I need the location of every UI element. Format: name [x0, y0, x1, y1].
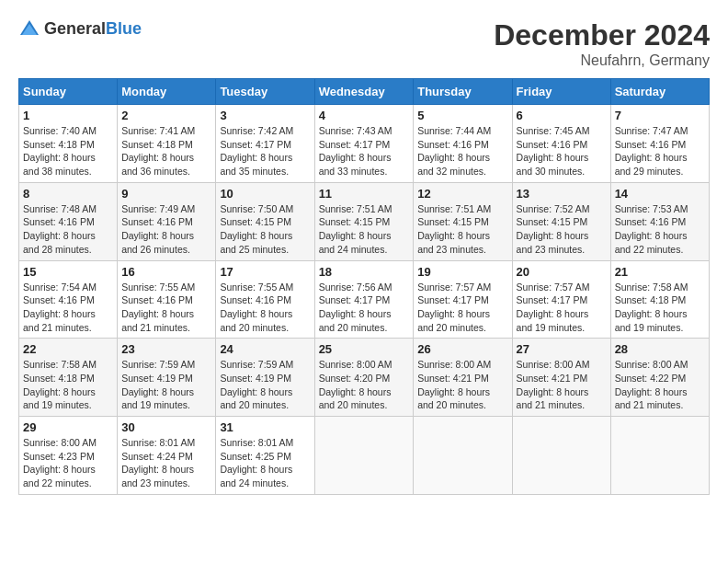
calendar-cell: 19Sunrise: 7:57 AMSunset: 4:17 PMDayligh…: [414, 260, 512, 339]
day-number: 3: [220, 109, 310, 122]
calendar-cell: 29Sunrise: 8:00 AMSunset: 4:23 PMDayligh…: [19, 417, 118, 495]
day-info: Sunrise: 8:00 AMSunset: 4:21 PMDaylight:…: [417, 358, 507, 412]
calendar-cell: 4Sunrise: 7:43 AMSunset: 4:17 PMDaylight…: [314, 105, 414, 183]
calendar-week-2: 8Sunrise: 7:48 AMSunset: 4:16 PMDaylight…: [19, 182, 710, 260]
calendar-cell: 1Sunrise: 7:40 AMSunset: 4:18 PMDaylight…: [19, 105, 118, 183]
calendar-week-3: 15Sunrise: 7:54 AMSunset: 4:16 PMDayligh…: [19, 260, 710, 339]
calendar-title: December 2024: [494, 18, 710, 52]
day-number: 5: [417, 109, 507, 122]
calendar-cell: 23Sunrise: 7:59 AMSunset: 4:19 PMDayligh…: [118, 339, 216, 417]
day-info: Sunrise: 7:55 AMSunset: 4:16 PMDaylight:…: [121, 281, 211, 335]
day-info: Sunrise: 7:56 AMSunset: 4:17 PMDaylight:…: [319, 281, 410, 335]
day-info: Sunrise: 7:49 AMSunset: 4:16 PMDaylight:…: [121, 202, 211, 257]
calendar-cell: 31Sunrise: 8:01 AMSunset: 4:25 PMDayligh…: [216, 417, 314, 495]
calendar-cell: 24Sunrise: 7:59 AMSunset: 4:19 PMDayligh…: [216, 339, 314, 417]
day-info: Sunrise: 7:48 AMSunset: 4:16 PMDaylight:…: [23, 202, 113, 257]
calendar-cell: 20Sunrise: 7:57 AMSunset: 4:17 PMDayligh…: [512, 260, 610, 339]
weekday-header-saturday: Saturday: [610, 79, 709, 105]
day-info: Sunrise: 7:59 AMSunset: 4:19 PMDaylight:…: [121, 358, 211, 412]
calendar-cell: 11Sunrise: 7:51 AMSunset: 4:15 PMDayligh…: [314, 182, 414, 260]
day-number: 25: [319, 342, 410, 356]
day-number: 6: [517, 109, 607, 122]
day-number: 9: [121, 187, 211, 201]
day-number: 26: [417, 342, 507, 356]
calendar-cell: 28Sunrise: 8:00 AMSunset: 4:22 PMDayligh…: [610, 339, 709, 417]
day-info: Sunrise: 7:42 AMSunset: 4:17 PMDaylight:…: [220, 124, 310, 178]
day-info: Sunrise: 8:01 AMSunset: 4:25 PMDaylight:…: [220, 436, 310, 490]
calendar-cell: 2Sunrise: 7:41 AMSunset: 4:18 PMDaylight…: [118, 105, 216, 183]
day-number: 11: [319, 187, 410, 201]
day-info: Sunrise: 7:51 AMSunset: 4:15 PMDaylight:…: [319, 202, 410, 257]
calendar-cell: [314, 417, 414, 495]
day-number: 16: [121, 265, 211, 279]
day-number: 4: [319, 109, 410, 122]
calendar-cell: [512, 417, 610, 495]
day-number: 10: [220, 187, 310, 201]
day-info: Sunrise: 7:52 AMSunset: 4:15 PMDaylight:…: [517, 202, 607, 257]
calendar-cell: 27Sunrise: 8:00 AMSunset: 4:21 PMDayligh…: [512, 339, 610, 417]
calendar-cell: 17Sunrise: 7:55 AMSunset: 4:16 PMDayligh…: [216, 260, 314, 339]
day-number: 29: [23, 420, 113, 434]
calendar-cell: 5Sunrise: 7:44 AMSunset: 4:16 PMDaylight…: [414, 105, 512, 183]
day-info: Sunrise: 7:58 AMSunset: 4:18 PMDaylight:…: [615, 281, 705, 335]
calendar-cell: 13Sunrise: 7:52 AMSunset: 4:15 PMDayligh…: [512, 182, 610, 260]
weekday-header-friday: Friday: [512, 79, 610, 105]
day-number: 19: [417, 265, 507, 279]
day-info: Sunrise: 7:54 AMSunset: 4:16 PMDaylight:…: [23, 281, 113, 335]
page-header: GeneralBlue December 2024 Neufahrn, Germ…: [18, 18, 710, 69]
day-number: 22: [23, 342, 113, 356]
day-info: Sunrise: 8:00 AMSunset: 4:21 PMDaylight:…: [517, 358, 607, 412]
day-info: Sunrise: 7:43 AMSunset: 4:17 PMDaylight:…: [319, 124, 410, 178]
day-info: Sunrise: 7:45 AMSunset: 4:16 PMDaylight:…: [517, 124, 607, 178]
day-number: 24: [220, 342, 310, 356]
day-info: Sunrise: 7:50 AMSunset: 4:15 PMDaylight:…: [220, 202, 310, 257]
calendar-cell: [610, 417, 709, 495]
title-block: December 2024 Neufahrn, Germany: [494, 18, 710, 69]
day-info: Sunrise: 8:00 AMSunset: 4:20 PMDaylight:…: [319, 358, 410, 412]
calendar-cell: 16Sunrise: 7:55 AMSunset: 4:16 PMDayligh…: [118, 260, 216, 339]
day-number: 17: [220, 265, 310, 279]
day-number: 15: [23, 265, 113, 279]
calendar-cell: 6Sunrise: 7:45 AMSunset: 4:16 PMDaylight…: [512, 105, 610, 183]
day-info: Sunrise: 7:58 AMSunset: 4:18 PMDaylight:…: [23, 358, 113, 412]
logo-icon: [18, 18, 40, 40]
calendar-cell: 10Sunrise: 7:50 AMSunset: 4:15 PMDayligh…: [216, 182, 314, 260]
logo-text-blue: Blue: [106, 20, 142, 39]
calendar-cell: 8Sunrise: 7:48 AMSunset: 4:16 PMDaylight…: [19, 182, 118, 260]
weekday-header-sunday: Sunday: [19, 79, 118, 105]
weekday-header-tuesday: Tuesday: [216, 79, 314, 105]
calendar-header-row: SundayMondayTuesdayWednesdayThursdayFrid…: [19, 79, 710, 105]
day-info: Sunrise: 7:59 AMSunset: 4:19 PMDaylight:…: [220, 358, 310, 412]
calendar-cell: 21Sunrise: 7:58 AMSunset: 4:18 PMDayligh…: [610, 260, 709, 339]
calendar-week-1: 1Sunrise: 7:40 AMSunset: 4:18 PMDaylight…: [19, 105, 710, 183]
calendar-week-4: 22Sunrise: 7:58 AMSunset: 4:18 PMDayligh…: [19, 339, 710, 417]
day-number: 31: [220, 420, 310, 434]
calendar-table: SundayMondayTuesdayWednesdayThursdayFrid…: [18, 78, 710, 495]
day-info: Sunrise: 7:55 AMSunset: 4:16 PMDaylight:…: [220, 281, 310, 335]
day-info: Sunrise: 7:57 AMSunset: 4:17 PMDaylight:…: [517, 281, 607, 335]
calendar-cell: 26Sunrise: 8:00 AMSunset: 4:21 PMDayligh…: [414, 339, 512, 417]
logo-text-general: General: [44, 20, 106, 39]
calendar-cell: 14Sunrise: 7:53 AMSunset: 4:16 PMDayligh…: [610, 182, 709, 260]
calendar-cell: 3Sunrise: 7:42 AMSunset: 4:17 PMDaylight…: [216, 105, 314, 183]
day-number: 27: [517, 342, 607, 356]
day-number: 13: [517, 187, 607, 201]
weekday-header-wednesday: Wednesday: [314, 79, 414, 105]
day-number: 1: [23, 109, 113, 122]
weekday-header-thursday: Thursday: [414, 79, 512, 105]
day-info: Sunrise: 7:51 AMSunset: 4:15 PMDaylight:…: [417, 202, 507, 257]
day-info: Sunrise: 7:57 AMSunset: 4:17 PMDaylight:…: [417, 281, 507, 335]
day-info: Sunrise: 8:01 AMSunset: 4:24 PMDaylight:…: [121, 436, 211, 490]
day-info: Sunrise: 8:00 AMSunset: 4:22 PMDaylight:…: [615, 358, 705, 412]
day-info: Sunrise: 7:47 AMSunset: 4:16 PMDaylight:…: [615, 124, 705, 178]
weekday-header-monday: Monday: [118, 79, 216, 105]
day-info: Sunrise: 7:41 AMSunset: 4:18 PMDaylight:…: [121, 124, 211, 178]
calendar-cell: [414, 417, 512, 495]
day-number: 14: [615, 187, 705, 201]
day-number: 2: [121, 109, 211, 122]
day-number: 20: [517, 265, 607, 279]
calendar-cell: 22Sunrise: 7:58 AMSunset: 4:18 PMDayligh…: [19, 339, 118, 417]
calendar-cell: 15Sunrise: 7:54 AMSunset: 4:16 PMDayligh…: [19, 260, 118, 339]
day-info: Sunrise: 7:40 AMSunset: 4:18 PMDaylight:…: [23, 124, 113, 178]
calendar-subtitle: Neufahrn, Germany: [494, 52, 710, 69]
